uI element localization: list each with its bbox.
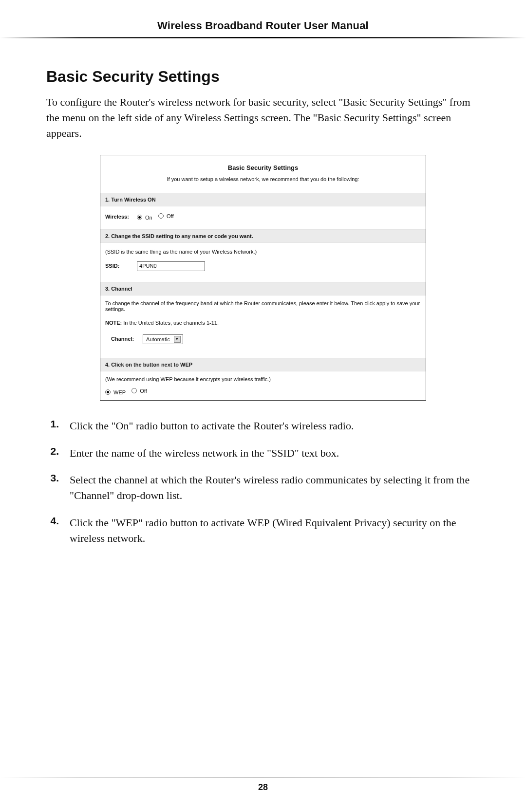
instruction-4-num: 4. <box>46 515 59 546</box>
instruction-3: 3. Select the channel at which the Route… <box>46 472 480 503</box>
ss-subtitle: If you want to setup a wireless network,… <box>100 176 426 193</box>
channel-note-rest: In the United States, use channels 1-11. <box>122 320 219 326</box>
page-footer: 28 <box>0 777 526 793</box>
channel-label: Channel: <box>111 336 141 342</box>
page-number: 28 <box>0 782 526 793</box>
wep-off-option[interactable]: Off <box>132 388 147 394</box>
ss-step-1-header: 1. Turn Wireless ON <box>100 193 426 206</box>
instruction-4-text: Click the "WEP" radio button to activate… <box>70 515 480 546</box>
wep-note: (We recommend using WEP because it encry… <box>100 371 426 387</box>
wireless-label: Wireless: <box>105 214 135 220</box>
page: Wireless Broadband Router User Manual Ba… <box>0 0 526 812</box>
settings-screenshot: Basic Security Settings If you want to s… <box>100 155 426 401</box>
channel-select-value: Automatic <box>146 336 170 342</box>
instruction-1: 1. Click the "On" radio button to activa… <box>46 418 480 434</box>
instruction-2-sc: SSID <box>271 447 295 459</box>
ssid-label: SSID: <box>105 263 135 269</box>
instruction-2-pre: Enter the name of the wireless network i… <box>70 447 271 459</box>
footer-rule <box>0 777 526 777</box>
instruction-1-num: 1. <box>46 418 59 434</box>
ss-title: Basic Security Settings <box>100 155 426 176</box>
instruction-2: 2. Enter the name of the wireless networ… <box>46 445 480 461</box>
wep-row: WEP Off <box>100 387 426 400</box>
wireless-row: Wireless: On Off <box>100 206 426 229</box>
instruction-4-sc2: WEP <box>247 517 269 529</box>
ss-step-3-header: 3. Channel <box>100 282 426 295</box>
section-heading: Basic Security Settings <box>46 68 480 86</box>
instruction-3-num: 3. <box>46 472 59 503</box>
radio-on-label: On <box>145 215 152 221</box>
ssid-note: (SSID is the same thing as the name of y… <box>100 243 426 259</box>
instruction-4: 4. Click the "WEP" radio button to activ… <box>46 515 480 546</box>
channel-row: Channel: Automatic ▾ <box>100 331 426 358</box>
radio-off-label: Off <box>167 213 173 219</box>
instruction-3-text: Select the channel at which the Router's… <box>70 472 480 503</box>
radio-wepoff-icon <box>132 388 137 393</box>
instruction-2-post: " text box. <box>295 447 339 459</box>
screenshot-wrapper: Basic Security Settings If you want to s… <box>46 155 480 401</box>
channel-note-prefix: NOTE: <box>105 320 122 326</box>
channel-select[interactable]: Automatic ▾ <box>143 334 183 344</box>
instruction-4-sc: WEP <box>116 517 138 529</box>
radio-on-icon <box>137 215 142 220</box>
chevron-down-icon: ▾ <box>174 336 181 343</box>
wireless-on-option[interactable]: On <box>137 215 152 221</box>
ss-step-4-header: 4. Click on the button next to WEP <box>100 358 426 371</box>
ss-step-2-header: 2. Change the SSID setting to any name o… <box>100 229 426 243</box>
channel-note: NOTE: In the United States, use channels… <box>100 317 426 331</box>
instruction-2-text: Enter the name of the wireless network i… <box>70 445 339 461</box>
manual-header-title: Wireless Broadband Router User Manual <box>0 19 526 32</box>
radio-wep-icon <box>105 389 111 395</box>
instruction-4-pre: Click the " <box>70 517 116 529</box>
radio-wepoff-label: Off <box>140 388 147 394</box>
radio-off-icon <box>158 213 164 219</box>
ssid-row: SSID: 4PUN0 <box>100 259 426 282</box>
instruction-list: 1. Click the "On" radio button to activa… <box>46 418 480 546</box>
radio-wep-label: WEP <box>113 389 126 395</box>
instruction-4-mid: " radio button to activate <box>138 517 247 529</box>
wireless-off-option[interactable]: Off <box>158 213 173 219</box>
content-area: Basic Security Settings To configure the… <box>0 38 526 546</box>
instruction-2-num: 2. <box>46 445 59 461</box>
channel-desc: To change the channel of the frequency b… <box>100 295 426 317</box>
section-intro: To configure the Router's wireless netwo… <box>46 94 480 141</box>
instruction-1-text: Click the "On" radio button to activate … <box>70 418 354 434</box>
wep-on-option[interactable]: WEP <box>105 389 126 395</box>
ssid-input[interactable]: 4PUN0 <box>137 261 205 271</box>
